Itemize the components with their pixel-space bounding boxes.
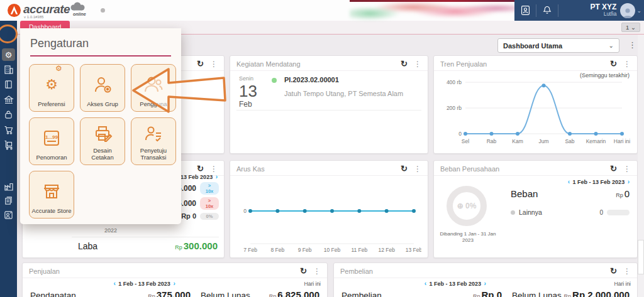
svg-text:Rab: Rab [487,138,497,144]
refresh-icon[interactable]: ↻ [401,59,408,68]
kebab-icon[interactable]: ⋮ [623,165,631,173]
tile-label: Akses Grup [87,101,118,108]
divider [72,237,219,237]
settings-tile-accurate-store[interactable]: Accurate Store [29,171,74,219]
next-range-icon[interactable]: › [626,178,631,185]
tile-label: Penyetuju Transaksi [133,148,174,161]
amount: 6.825.000 [277,289,319,297]
svg-text:11 Feb: 11 Feb [351,247,367,253]
sidebar-item-manufacture[interactable] [0,181,17,192]
sidebar-item-sales[interactable] [0,125,17,135]
refresh-icon[interactable]: ↻ [197,164,204,173]
notification-bell-icon[interactable] [536,5,558,16]
next-range-icon[interactable]: › [483,280,487,287]
svg-text:8 Feb: 8 Feb [270,247,284,253]
settings-tile-penomoran[interactable]: 1...99 Penomoran [29,117,74,165]
scrollbar-thumb[interactable] [638,240,644,274]
metric-label: Pendapatan [30,291,125,297]
sidebar-item-reports[interactable] [0,196,17,205]
dashboard-select-value: Dashboard Utama [503,42,609,50]
kebab-icon[interactable]: ⋮ [210,165,218,173]
sidebar-item-ledger[interactable] [0,80,17,89]
sidebar-item-analytics[interactable] [0,210,17,220]
svg-text:Sab: Sab [565,138,574,144]
metric-value: RpRp 2.000.000 [562,289,630,297]
next-range-icon[interactable]: › [172,280,176,287]
sidebar-item-bank[interactable] [0,95,17,105]
prev-range-icon[interactable]: ‹ [567,178,571,185]
beban-total: Rp0 [616,188,630,199]
refresh-icon[interactable]: ↻ [610,59,617,68]
refresh-icon[interactable]: ↻ [401,164,408,173]
user-name: Lutfia [558,11,616,17]
sidebar-item-assets[interactable] [0,110,17,119]
beban-heading: Beban [511,188,538,199]
tile-label: Preferensi [38,101,65,108]
svg-text:Kam: Kam [512,138,523,144]
user-avatar[interactable] [620,3,635,18]
trolley-box-icon [4,140,14,150]
decorative-smoke-graphic [350,0,517,21]
amount: 300.000 [184,240,218,251]
page-selector[interactable]: 1 ⌄ [621,23,640,32]
kebab-icon[interactable]: ⋮ [210,60,218,68]
next-range-icon[interactable]: › [214,173,219,180]
svg-text:0: 0 [243,208,247,214]
dashboard-select[interactable]: Dashboard Utama ⌄ [497,38,619,53]
event-code: PI.2023.02.00001 [284,76,403,84]
tile-label: Desain Cetakan [82,148,123,161]
sidebar-item-purchases[interactable] [0,140,17,150]
event-day: Senin [239,76,268,82]
kebab-icon[interactable]: ⋮ [623,60,631,68]
divider [236,110,421,111]
svg-text:7 Feb: 7 Feb [243,247,257,253]
metric-value: RpRp 0 [436,289,502,297]
shopping-cart-icon [4,125,14,135]
book-icon [4,80,13,89]
dashboard-options-kebab[interactable]: ⋮ [628,40,636,50]
kebab-icon[interactable]: ⋮ [623,267,631,276]
settings-tile-pengguna[interactable]: Pengguna [131,64,176,112]
account-info[interactable]: PT XYZ Lutfia [558,3,620,18]
kebab-icon[interactable]: ⋮ [313,267,321,276]
trend-badge: > 10x [200,182,219,195]
card-pembelian: Pembelian ↻ ⋮ ‹ 1 Feb - 13 Feb 2023 › Ha… [333,262,638,297]
tile-label: Accurate Store [32,208,72,215]
refresh-icon[interactable]: ↻ [610,164,617,173]
refresh-icon[interactable]: ↻ [300,266,307,276]
date-range: 1 Feb - 13 Feb 2023 [430,281,482,287]
chevron-down-icon: ⌄ [609,42,614,49]
kebab-icon[interactable]: ⋮ [414,165,421,173]
prev-range-icon[interactable]: ‹ [423,280,428,287]
settings-tile-desain-cetakan[interactable]: Desain Cetakan [80,117,125,165]
card-title: Beban Perusahaan [440,165,499,173]
sidebar-item-settings[interactable]: ⚙ [2,48,15,61]
refresh-icon[interactable]: ↻ [197,59,204,68]
date-range-nav: ‹ 1 Feb - 13 Feb 2023 › [567,178,631,185]
refresh-icon[interactable]: ↻ [610,266,617,276]
svg-text:Hari ini: Hari ini [614,138,631,144]
contact-book-icon[interactable] [514,5,536,16]
sidebar-item-company[interactable] [0,65,17,75]
settings-tile-preferensi[interactable]: ⚙⚙ Preferensi [29,64,74,112]
person-monitor-icon [4,210,13,220]
date-range: 1 Feb - 13 Feb 2023 [118,281,170,287]
settings-tile-akses-grup[interactable]: Akses Grup [80,64,125,112]
account-chevron-down-icon[interactable]: ⌄ [636,8,641,14]
amount: 0 [625,188,630,199]
cloud-icon [68,1,87,11]
settings-tile-penyetuju-transaksi[interactable]: Penyetuju Transaksi [131,117,176,165]
card-title: Penjualan [29,267,60,275]
laba-total-label: Laba [78,241,97,251]
settings-popup: Pengaturan ⚙⚙ Preferensi Akses Grup P [20,28,181,224]
kebab-icon[interactable]: ⋮ [414,60,421,68]
event-month: Feb [239,100,268,108]
logo-subtext: online [73,12,86,16]
amount: 375.000 [157,289,191,297]
prev-range-icon[interactable]: ‹ [112,280,116,287]
beban-donut-chart: ⊕ 0% [447,186,487,226]
percent-circle-icon: ⊕ [457,202,465,210]
event-item[interactable]: Senin 13 Feb PI.2023.02.00001 Jatuh Temp… [230,71,428,108]
factory-icon [4,181,14,192]
legend-bar [607,210,630,215]
